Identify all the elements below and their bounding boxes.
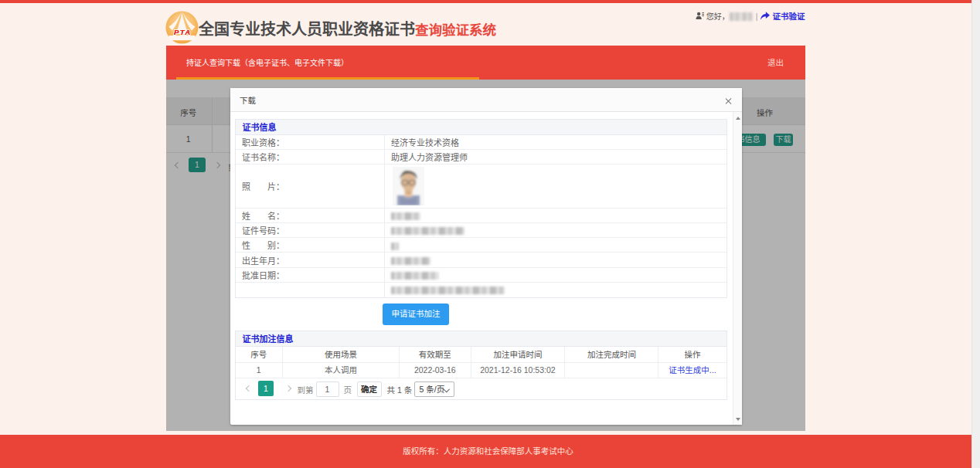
svg-text:PTA: PTA: [174, 28, 190, 36]
